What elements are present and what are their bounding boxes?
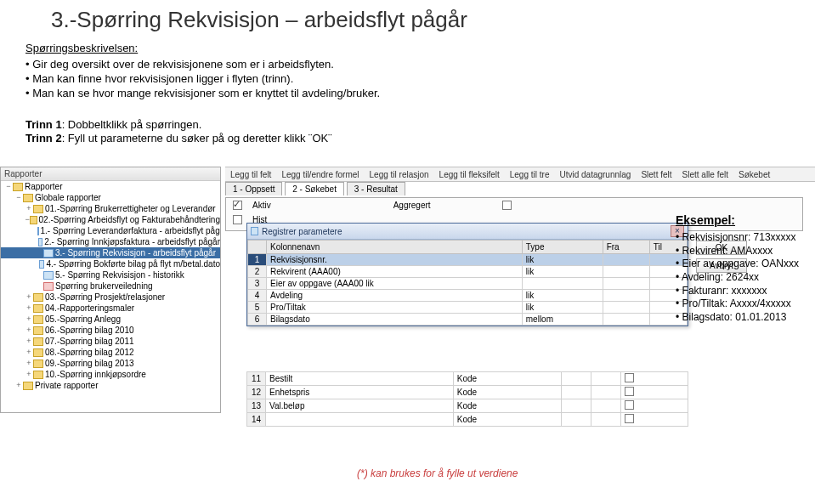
tb-add-relation[interactable]: Legg til relasjon [368, 170, 431, 179]
tb-delete-field[interactable]: Slett felt [639, 170, 673, 179]
tree-folder-05[interactable]: +05.-Spørring Anlegg [1, 314, 220, 325]
table-row[interactable]: 11BestiltKode [247, 372, 688, 386]
checkbox-row[interactable] [625, 373, 634, 382]
desc-bullet: Man kan finne hvor rekvisisjonen ligger … [25, 72, 815, 87]
report-tree[interactable]: Rapporter −Rapporter −Globale rapporter … [0, 167, 221, 413]
col-fra: Fra [603, 241, 649, 254]
dialog-title: Registrer parametere [262, 227, 342, 236]
example-item: Rekvirent: AMAxxxx [676, 245, 812, 258]
description-block: Spørringsbeskrivelsen: Gir deg oversikt … [0, 33, 815, 101]
tree-query-1[interactable]: 1.- Spørring Leverandørfaktura - arbeids… [1, 225, 220, 236]
dialog-titlebar: Registrer parametere × [247, 224, 688, 240]
table-row[interactable]: 4 Avdeling lik [248, 290, 688, 302]
tree-folder-10[interactable]: +10.-Spørring innkjøpsordre [1, 369, 220, 380]
tab-sokebet[interactable]: 2 - Søkebet [285, 182, 344, 195]
register-params-dialog: Registrer parametere × Kolonnenavn Type … [246, 223, 688, 326]
tree-folder-01[interactable]: +01.-Spørring Brukerrettigheter og Lever… [1, 203, 220, 214]
footnote: (*) kan brukes for å fylle ut verdiene [357, 467, 518, 479]
tree-folder-09[interactable]: +09.-Spørring bilag 2013 [1, 358, 220, 369]
description-heading: Spørringsbeskrivelsen: [25, 42, 815, 56]
table-row[interactable]: 5 Pro/Tiltak lik [248, 302, 688, 314]
desc-bullet: Man kan se hvor mange rekvisisjoner som … [25, 87, 815, 101]
checkbox-row[interactable] [625, 414, 634, 423]
checkbox-aktiv[interactable] [233, 201, 242, 210]
step1-text: : Dobbeltklikk på spørringen. [62, 118, 202, 131]
tree-root[interactable]: −Rapporter [1, 181, 220, 192]
tabs-row: 1 - Oppsett 2 - Søkebet 3 - Resultat [225, 182, 405, 195]
checkbox-hist[interactable] [233, 215, 242, 224]
example-item: Fakturanr: xxxxxxx [676, 285, 812, 298]
step2-text: : Fyll ut parameterne du søker på og der… [62, 132, 332, 144]
col-kolonnenavn: Kolonnenavn [267, 241, 523, 254]
tree-folder-06[interactable]: +06.-Spørring bilag 2010 [1, 325, 220, 336]
page-title: 3.-Spørring Rekvisisjon – arbeidsflyt på… [0, 0, 815, 33]
params-table: Kolonnenavn Type Fra Til 1 Rekvisisjonsn… [247, 240, 688, 326]
steps-block: Trinn 1: Dobbeltklikk på spørringen. Tri… [0, 101, 815, 147]
col-type: Type [522, 241, 603, 254]
example-item: Eier av oppgave: OANxxx [676, 258, 812, 271]
tree-folder-04[interactable]: +04.-Rapporteringsmaler [1, 303, 220, 314]
tree-globale[interactable]: −Globale rapporter [1, 192, 220, 203]
tab-oppsett[interactable]: 1 - Oppsett [225, 182, 282, 195]
table-row[interactable]: 6 Bilagsdato mellom [248, 314, 688, 326]
tree-folder-02[interactable]: −02.-Spørring Arbeidsflyt og Fakturabehå… [1, 214, 220, 225]
example-item: Avdeling: 2624xx [676, 271, 812, 285]
tb-add-field[interactable]: Legg til felt [229, 170, 273, 179]
tb-add-formula[interactable]: Legg til/endre formel [280, 170, 360, 179]
lower-rows: 11BestiltKode 12EnhetsprisKode 13Val.bel… [246, 371, 688, 427]
tree-query-2[interactable]: 2.- Spørring Innkjøpsfaktura - arbeidsfl… [1, 236, 220, 247]
tree-folder-07[interactable]: +07.-Spørring bilag 2011 [1, 336, 220, 347]
table-row[interactable]: 3 Eier av oppgave (AAA00 lik [248, 278, 688, 290]
tb-delete-all[interactable]: Slett alle felt [681, 170, 730, 179]
tb-add-flexi[interactable]: Legg til fleksifelt [438, 170, 501, 179]
field-toolbar: Legg til felt Legg til/endre formel Legg… [225, 167, 815, 182]
tb-expand-data[interactable]: Utvid datagrunnlag [557, 170, 632, 179]
table-row[interactable]: 14Kode [247, 413, 688, 427]
desc-bullet: Gir deg oversikt over de rekvisisjonene … [25, 58, 815, 72]
example-box: Eksempel: Rekvisisjonsnr: 713xxxxx Rekvi… [676, 212, 812, 324]
example-item: Bilagsdato: 01.01.2013 [676, 311, 812, 325]
tree-header: Rapporter [1, 167, 220, 181]
label-aktiv: Aktiv [252, 201, 271, 210]
tree-private[interactable]: +Private rapporter [1, 380, 220, 391]
table-row[interactable]: 2 Rekvirent (AAA00) lik [248, 266, 688, 278]
tab-resultat[interactable]: 3 - Resultat [347, 182, 405, 195]
table-row[interactable]: 1 Rekvisisjonsnr. lik [248, 254, 688, 266]
tree-query-4[interactable]: 4.- Spørring Bokførte bilag på flyt m/be… [1, 258, 220, 269]
example-heading: Eksempel: [676, 212, 812, 228]
table-row[interactable]: 13Val.beløpKode [247, 399, 688, 413]
step1-label: Trinn 1 [25, 118, 62, 131]
checkbox-row[interactable] [625, 387, 634, 396]
tree-folder-03[interactable]: +03.-Spørring Prosjekt/relasjoner [1, 292, 220, 303]
checkbox-row[interactable] [625, 400, 634, 410]
tree-query-bv[interactable]: Spørring brukerveiledning [1, 280, 220, 292]
checkbox-aggregert[interactable] [502, 201, 512, 210]
tb-search[interactable]: Søkebet [737, 170, 772, 179]
example-item: Pro/Tiltak: Axxxx/4xxxxx [676, 297, 812, 311]
tree-query-3[interactable]: 3.- Spørring Rekvisisjon - arbeidsflyt p… [1, 247, 220, 258]
tb-add-tree[interactable]: Legg til tre [508, 170, 552, 179]
dialog-icon [251, 227, 258, 235]
step2-label: Trinn 2 [25, 132, 62, 144]
example-item: Rekvisisjonsnr: 713xxxxx [676, 231, 812, 245]
tree-query-5[interactable]: 5.- Spørring Rekvisisjon - historikk [1, 269, 220, 280]
label-aggregert: Aggregert [393, 201, 431, 210]
tree-folder-08[interactable]: +08.-Spørring bilag 2012 [1, 347, 220, 358]
table-row[interactable]: 12EnhetsprisKode [247, 386, 688, 399]
